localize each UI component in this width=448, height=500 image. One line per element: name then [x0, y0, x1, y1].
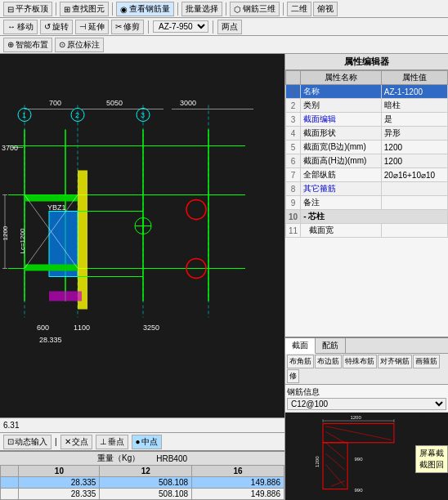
svg-text:3000: 3000: [180, 99, 196, 107]
origin-icon: ⊙: [59, 40, 65, 49]
rebar-info-select[interactable]: C12@100: [287, 398, 446, 410]
prop-value-11[interactable]: [381, 224, 447, 238]
val-10-2: 28.335: [19, 489, 100, 500]
prop-value-8[interactable]: [381, 182, 447, 196]
3d-icon: ⬡: [234, 5, 241, 14]
move-icon: ↔: [7, 22, 16, 31]
svg-text:3: 3: [141, 111, 145, 119]
val-12-1: 508.108: [100, 477, 192, 489]
svg-text:1200: 1200: [350, 415, 361, 420]
view-rebar-btn[interactable]: ◉ 查看钢筋量: [116, 2, 174, 16]
prop-row-shape[interactable]: 4 截面形状 异形: [286, 127, 448, 141]
svg-rect-33: [25, 265, 78, 271]
smart-layout-btn[interactable]: ⊕ 智能布置: [3, 38, 52, 52]
val-16-2: 149.886: [192, 489, 284, 500]
name-header: 属性名称: [301, 71, 382, 85]
prop-value-4[interactable]: 异形: [381, 127, 447, 141]
edge-rebar-btn[interactable]: 布边筋: [315, 355, 342, 368]
row-label-2: [1, 489, 19, 500]
prop-row-type[interactable]: 2 类别 暗柱: [286, 99, 448, 113]
prop-row-height[interactable]: 6 截面高(H边)(mm) 1200: [286, 154, 448, 168]
properties-header: 属性编辑器: [285, 54, 448, 70]
prop-row-core-width[interactable]: 11 截面宽: [286, 224, 448, 238]
prop-row-note[interactable]: 9 备注: [286, 196, 448, 210]
svg-text:28.335: 28.335: [39, 336, 62, 344]
align-rebar-btn[interactable]: 对齐钢筋: [378, 355, 412, 368]
prop-group-core[interactable]: 10 - 芯柱: [286, 210, 448, 224]
svg-rect-32: [25, 195, 78, 202]
top-view-btn[interactable]: 俯视: [313, 2, 338, 16]
origin-label-btn[interactable]: ⊙ 原位标注: [55, 38, 104, 52]
svg-text:5050: 5050: [106, 99, 123, 107]
svg-text:1200: 1200: [2, 225, 9, 240]
dynamic-icon: ⊡: [7, 437, 14, 446]
smart-icon: ⊕: [7, 40, 14, 49]
extend-btn[interactable]: ⊣ 延伸: [75, 20, 109, 34]
prop-index-8: 8: [286, 182, 301, 196]
corner-rebar-btn[interactable]: 布角筋: [287, 355, 314, 368]
table-row: 28.335 508.108 149.886: [1, 489, 284, 500]
sep6: [148, 20, 149, 33]
prop-index-5: 5: [286, 141, 301, 154]
prop-value-5[interactable]: 1200: [381, 141, 447, 154]
val-10-1: 28.335: [19, 477, 100, 489]
cad-drawing-area[interactable]: 700 5050 3000 1: [0, 54, 284, 417]
properties-scroll[interactable]: 属性名称 属性值 1 名称 AZ-1-1200 2 类别: [285, 70, 448, 337]
move-btn[interactable]: ↔ 移动: [3, 20, 38, 34]
prop-row-rebar[interactable]: 7 全部纵筋 20⌀16+10⌀10: [286, 168, 448, 182]
prop-value-2[interactable]: 暗柱: [381, 99, 447, 113]
dynamic-input-btn[interactable]: ⊡ 动态输入: [3, 435, 52, 449]
prop-value-1[interactable]: AZ-1-1200: [381, 85, 447, 99]
flatten-top-btn[interactable]: ⊟ 平齐板顶: [3, 2, 52, 16]
tooltip-section: 截图回: [419, 459, 444, 471]
prop-value-9[interactable]: [381, 196, 447, 210]
status-bar: ⊡ 动态输入 | ✕ 交点 ⊥ 垂点 ● 中点: [0, 432, 284, 450]
prop-row-section-edit[interactable]: 3 截面编辑 是: [286, 113, 448, 127]
toolbar-row-2: ↔ 移动 ↺ 旋转 ⊣ 延伸 ✂ 修剪 AZ-7-950 两点: [0, 18, 448, 36]
prop-group-label: - 芯柱: [301, 210, 448, 224]
prop-name-3: 截面编辑: [301, 113, 382, 127]
prop-row-width[interactable]: 5 截面宽(B边)(mm) 1200: [286, 141, 448, 154]
prop-value-6[interactable]: 1200: [381, 154, 447, 168]
prop-index-9: 9: [286, 196, 301, 210]
svg-text:700: 700: [49, 99, 61, 107]
table-row: 28.335 508.108 149.886: [1, 477, 284, 489]
prop-row-name[interactable]: 1 名称 AZ-1-1200: [286, 85, 448, 99]
svg-text:2: 2: [75, 111, 79, 119]
search-icon: ⊞: [64, 5, 70, 14]
table-header-row: 10 12 16: [1, 466, 284, 477]
find-element-btn[interactable]: ⊞ 查找图元: [60, 2, 109, 16]
trim-btn[interactable]: ✂ 修剪: [111, 20, 144, 34]
weight-label: 重量（Kg）: [97, 453, 140, 464]
intersection-btn[interactable]: ✕ 交点: [60, 435, 92, 449]
rebar-3d-btn[interactable]: ⬡ 钢筋三维: [230, 2, 280, 16]
coord-value: 6.31: [3, 421, 19, 430]
right-bottom-section: 截面 配筋 布角筋 布边筋 特殊布筋 对齐钢筋 画箍筋 修 钢筋信息 C12@1…: [285, 337, 448, 500]
rotate-btn[interactable]: ↺ 旋转: [40, 20, 73, 34]
modify-btn[interactable]: 修: [287, 369, 299, 383]
index-header: [286, 71, 301, 85]
two-points-btn[interactable]: 两点: [217, 20, 242, 34]
prop-name-2: 类别: [301, 99, 382, 113]
svg-text:1100: 1100: [74, 324, 90, 332]
2d-btn[interactable]: 二维: [287, 2, 311, 16]
rotate-icon: ↺: [44, 22, 51, 31]
vertical-btn[interactable]: ⊥ 垂点: [96, 435, 128, 449]
batch-select-btn[interactable]: 批量选择: [181, 2, 222, 16]
right-panel: 属性编辑器 属性名称 属性值 1 名称: [284, 54, 448, 500]
sep5: [283, 2, 284, 16]
midpoint-btn[interactable]: ● 中点: [132, 435, 162, 449]
tab-rebar[interactable]: 配筋: [316, 338, 346, 353]
prop-value-3[interactable]: 是: [381, 113, 447, 127]
tab-section[interactable]: 截面: [285, 338, 316, 354]
rebar-view-icon: ◉: [120, 5, 128, 14]
tooltip-screen: 屏幕截: [419, 448, 444, 459]
prop-value-7[interactable]: 20⌀16+10⌀10: [381, 168, 447, 182]
draw-stirrup-btn[interactable]: 画箍筋: [413, 355, 440, 368]
az-select[interactable]: AZ-7-950: [153, 20, 208, 33]
sep1: [56, 2, 56, 16]
sep4: [226, 2, 226, 16]
svg-rect-51: [312, 413, 422, 500]
special-rebar-btn[interactable]: 特殊布筋: [343, 355, 377, 368]
prop-row-stirrup[interactable]: 8 其它箍筋: [286, 182, 448, 196]
